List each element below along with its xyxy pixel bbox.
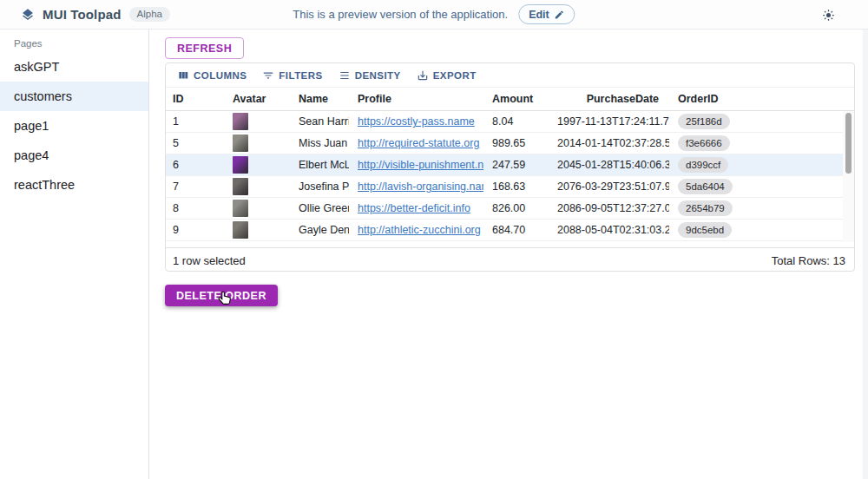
cell-profile: http://lavish-organising.name (349, 176, 483, 197)
grid-header-row: ID Avatar Name Profile Amount PurchaseDa… (166, 88, 854, 111)
grid-scrollbar-thumb[interactable] (845, 113, 852, 174)
order-id-chip: 25f186d (678, 114, 730, 129)
column-header-id[interactable]: ID (166, 88, 227, 110)
sun-icon (822, 9, 835, 22)
avatar (233, 156, 248, 174)
table-row[interactable]: 7 Josefina P... http://lavish-organising… (166, 176, 843, 198)
avatar (233, 113, 248, 130)
cell-orderid: 2654b79 (669, 198, 843, 219)
cell-purchasedate: 1997-11-13T17:24:11.769Z (557, 111, 669, 132)
cell-orderid: f3e6666 (669, 133, 843, 154)
column-header-name[interactable]: Name (290, 88, 349, 110)
profile-link[interactable]: http://lavish-organising.name (358, 180, 483, 193)
order-id-chip: f3e6666 (678, 135, 730, 151)
cell-profile: http://athletic-zucchini.org (349, 220, 483, 240)
cell-orderid: 9dc5ebd (669, 220, 843, 240)
filters-button-label: FILTERS (279, 70, 322, 81)
avatar (233, 178, 248, 195)
cell-avatar (227, 154, 290, 175)
cell-id: 7 (166, 176, 227, 197)
sidebar-item-reactthree[interactable]: reactThree (0, 170, 148, 200)
column-header-avatar[interactable]: Avatar (227, 88, 290, 110)
preview-banner: This is a preview version of the applica… (293, 4, 575, 24)
app-title: MUI Toolpad (43, 7, 122, 22)
delete-order-button[interactable]: DELETE ORDER (165, 285, 278, 306)
refresh-button[interactable]: REFRESH (165, 37, 244, 59)
sidebar-section-label: Pages (0, 30, 148, 52)
filters-button[interactable]: FILTERS (257, 66, 327, 85)
cell-name: Ollie Green... (290, 198, 349, 219)
alpha-badge: Alpha (129, 7, 170, 22)
density-button-label: DENSITY (355, 70, 401, 81)
order-id-chip: d399ccf (678, 157, 728, 173)
cell-purchasedate: 2088-05-04T02:31:03.294Z (557, 220, 669, 240)
profile-link[interactable]: https://costly-pass.name (358, 115, 475, 128)
avatar (233, 221, 248, 239)
sidebar-item-page1[interactable]: page1 (0, 111, 148, 141)
density-button[interactable]: DENSITY (333, 66, 406, 85)
profile-link[interactable]: http://athletic-zucchini.org (358, 224, 481, 236)
grid-body: 1 Sean Harris https://costly-pass.name 8… (166, 111, 854, 247)
grid-footer: 1 row selected Total Rows: 13 (166, 247, 854, 272)
edit-button-label: Edit (529, 9, 549, 21)
cell-orderid: 5da6404 (669, 176, 843, 197)
theme-toggle-button[interactable] (818, 4, 838, 25)
cell-id: 8 (166, 198, 227, 219)
cell-profile: http://visible-punishment.net (349, 154, 483, 175)
column-header-amount[interactable]: Amount (483, 88, 557, 110)
edit-button[interactable]: Edit (518, 4, 575, 24)
table-row[interactable]: 6 Elbert McL... http://visible-punishmen… (166, 154, 843, 176)
cell-name: Miss Juan ... (290, 133, 349, 154)
cell-purchasedate: 2076-03-29T23:51:07.968Z (557, 176, 669, 197)
sidebar-item-customers[interactable]: customers (0, 82, 148, 111)
view-column-icon (177, 69, 189, 82)
cell-id: 6 (166, 154, 227, 175)
columns-button-label: COLUMNS (194, 70, 247, 81)
column-header-purchasedate[interactable]: PurchaseDate (557, 88, 669, 110)
grid-toolbar: COLUMNS FILTERS DENSITY EXPORT (166, 63, 854, 88)
filter-list-icon (262, 69, 274, 82)
pencil-icon (555, 10, 565, 20)
download-icon (417, 69, 429, 82)
cell-avatar (227, 111, 290, 132)
cell-orderid: d399ccf (669, 154, 843, 175)
sidebar-item-askgpt[interactable]: askGPT (0, 52, 148, 82)
profile-link[interactable]: https://better-deficit.info (358, 202, 470, 214)
cell-purchasedate: 2014-01-14T02:37:28.536Z (557, 133, 669, 154)
sidebar: Pages askGPT customers page1 page4 react… (0, 30, 149, 479)
profile-link[interactable]: http://required-statute.org (358, 137, 479, 149)
cell-amount: 684.70 (483, 220, 557, 240)
page-scrollbar[interactable] (863, 30, 868, 479)
data-grid: COLUMNS FILTERS DENSITY EXPORT ID Avatar… (165, 62, 855, 272)
table-row[interactable]: 8 Ollie Green... https://better-deficit.… (166, 198, 843, 220)
selection-count: 1 row selected (173, 254, 246, 267)
cell-avatar (227, 133, 290, 154)
density-icon (339, 69, 351, 82)
cell-purchasedate: 2086-09-05T12:37:27.015Z (557, 198, 669, 219)
order-id-chip: 2654b79 (678, 200, 733, 216)
total-rows: Total Rows: 13 (772, 254, 845, 267)
cell-purchasedate: 2045-01-28T15:40:06.325Z (557, 154, 669, 175)
table-row[interactable]: 9 Gayle Den... http://athletic-zucchini.… (166, 220, 843, 241)
column-header-profile[interactable]: Profile (349, 88, 483, 110)
grid-scrollbar-track (843, 111, 854, 242)
cell-orderid: 25f186d (669, 111, 843, 132)
cell-profile: https://better-deficit.info (349, 198, 483, 219)
cell-id: 5 (166, 133, 227, 154)
order-id-chip: 5da6404 (678, 179, 733, 194)
page-content: REFRESH COLUMNS FILTERS DENSITY EXPORT I… (150, 30, 868, 479)
column-header-orderid[interactable]: OrderID (669, 88, 854, 110)
avatar (233, 200, 248, 217)
avatar (233, 135, 248, 152)
cell-name: Gayle Den... (290, 220, 349, 240)
columns-button[interactable]: COLUMNS (172, 66, 252, 85)
sidebar-item-page4[interactable]: page4 (0, 141, 148, 170)
table-row[interactable]: 5 Miss Juan ... http://required-statute.… (166, 133, 843, 154)
order-id-chip: 9dc5ebd (678, 222, 732, 238)
cell-amount: 826.00 (483, 198, 557, 219)
cell-avatar (227, 220, 290, 240)
cell-id: 9 (166, 220, 227, 240)
table-row[interactable]: 1 Sean Harris https://costly-pass.name 8… (166, 111, 843, 133)
export-button[interactable]: EXPORT (411, 66, 482, 85)
profile-link[interactable]: http://visible-punishment.net (358, 159, 483, 171)
